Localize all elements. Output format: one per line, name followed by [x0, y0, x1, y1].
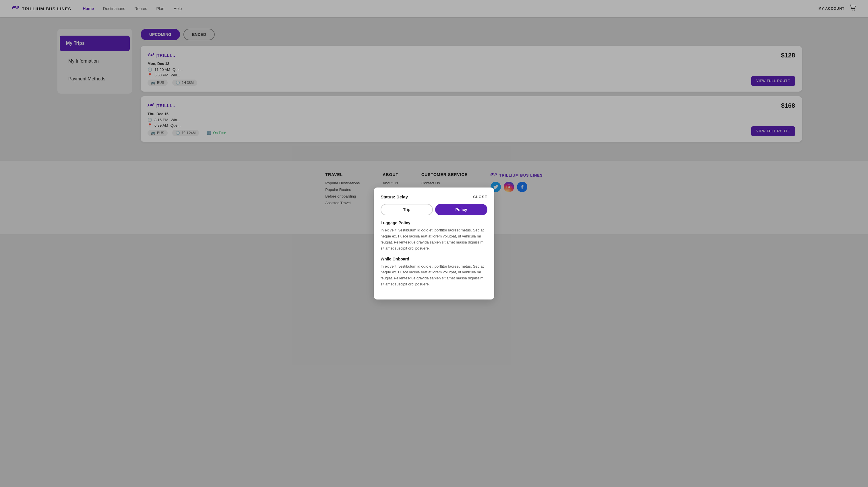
modal-section-title-1: Luggage Policy: [381, 220, 487, 225]
modal-header: Status: Delay CLOSE: [381, 194, 487, 199]
modal-section-text-1: In ex velit, vestibulum id odio et, port…: [381, 227, 487, 251]
modal-tab-trip[interactable]: Trip: [381, 204, 433, 215]
modal-section-title-2: While Onboard: [381, 257, 487, 261]
modal-status: Status: Delay: [381, 194, 408, 199]
modal-close-button[interactable]: CLOSE: [473, 195, 487, 199]
policy-modal: Status: Delay CLOSE Trip Policy Luggage …: [374, 187, 494, 299]
modal-overlay[interactable]: Status: Delay CLOSE Trip Policy Luggage …: [0, 0, 868, 487]
modal-tab-policy[interactable]: Policy: [435, 204, 487, 215]
modal-section-text-2: In ex velit, vestibulum id odio et, port…: [381, 264, 487, 287]
modal-tabs: Trip Policy: [381, 204, 487, 215]
